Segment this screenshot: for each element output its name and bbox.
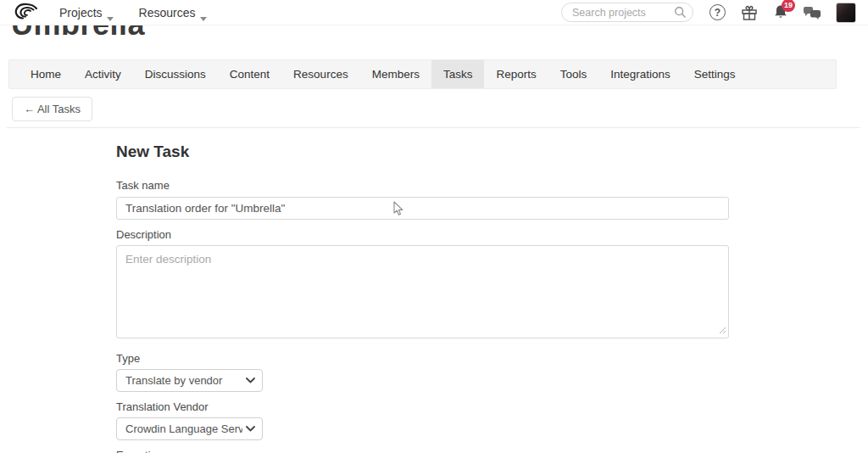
chevron-down-icon xyxy=(246,378,255,383)
translation-vendor-select-value: Crowdin Language Service xyxy=(125,422,242,435)
type-select[interactable]: Translate by vendor xyxy=(116,369,263,392)
translation-vendor-label: Translation Vendor xyxy=(116,400,729,413)
chevron-down-icon xyxy=(246,426,255,432)
tab-discussions[interactable]: Discussions xyxy=(133,60,218,88)
top-nav: Projects Resources xyxy=(59,6,207,20)
tab-tasks[interactable]: Tasks xyxy=(431,60,485,88)
nav-resources-label: Resources xyxy=(139,6,196,20)
project-tabbar: Home Activity Discussions Content Resour… xyxy=(8,59,837,89)
task-name-label: Task name xyxy=(116,179,729,192)
help-icon[interactable]: ? xyxy=(709,4,726,20)
tab-integrations[interactable]: Integrations xyxy=(598,60,682,88)
tab-activity[interactable]: Activity xyxy=(73,60,133,88)
chevron-down-icon xyxy=(200,10,207,14)
tab-reports[interactable]: Reports xyxy=(484,60,548,88)
messages-icon[interactable] xyxy=(803,5,821,20)
chevron-down-icon xyxy=(107,10,114,14)
tab-home[interactable]: Home xyxy=(19,60,73,88)
top-header: Projects Resources ? xyxy=(0,0,868,25)
type-label: Type xyxy=(116,352,729,365)
type-select-value: Translate by vendor xyxy=(125,374,242,387)
form-title: New Task xyxy=(116,143,729,161)
description-label: Description xyxy=(116,228,729,241)
tab-content[interactable]: Content xyxy=(218,60,281,88)
resize-handle-icon[interactable] xyxy=(718,322,726,338)
nav-projects[interactable]: Projects xyxy=(59,6,114,20)
description-wrap xyxy=(116,245,729,342)
search-wrap xyxy=(561,3,693,22)
tab-members[interactable]: Members xyxy=(360,60,431,88)
translation-vendor-select[interactable]: Crowdin Language Service xyxy=(116,417,263,440)
expertise-label: Expertise xyxy=(116,449,729,453)
nav-projects-label: Projects xyxy=(59,6,103,20)
tab-resources[interactable]: Resources xyxy=(281,60,360,88)
tab-tools[interactable]: Tools xyxy=(548,60,599,88)
notification-badge: 19 xyxy=(782,0,795,12)
nav-resources[interactable]: Resources xyxy=(139,6,207,20)
crowdin-logo-icon[interactable] xyxy=(12,3,39,23)
tab-settings[interactable]: Settings xyxy=(682,60,748,88)
search-icon xyxy=(674,6,687,22)
task-name-input[interactable] xyxy=(116,197,729,220)
all-tasks-back-button[interactable]: ← All Tasks xyxy=(12,97,92,121)
new-task-form: New Task Task name Description Type Tran… xyxy=(116,128,729,453)
description-textarea[interactable] xyxy=(116,245,729,338)
header-actions: ? 19 xyxy=(561,3,856,23)
gift-icon[interactable] xyxy=(740,3,759,21)
user-avatar[interactable] xyxy=(836,3,856,23)
notifications-bell[interactable]: 19 xyxy=(773,4,788,20)
